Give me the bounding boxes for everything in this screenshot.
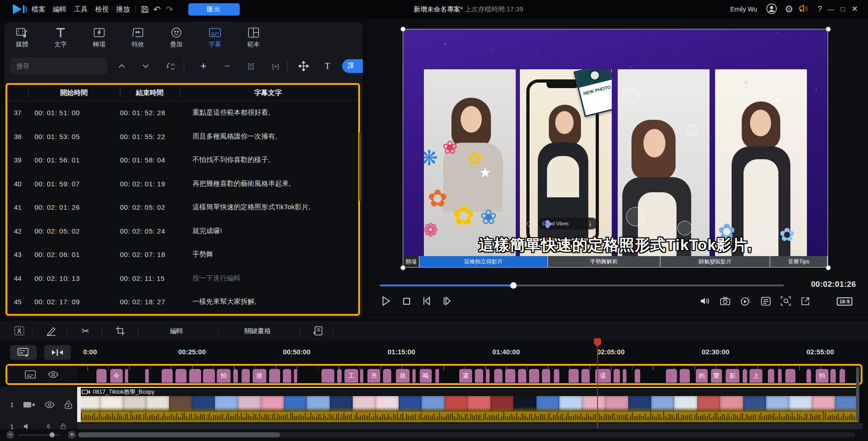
marker-pen-icon[interactable]	[45, 325, 58, 337]
track-lock-icon[interactable]	[64, 400, 73, 409]
menu-3[interactable]: 工具	[70, 0, 92, 18]
row-subtitle-text[interactable]: 再把幾種喜歡的藝術風格串起來,	[180, 179, 358, 188]
zoom-out-button[interactable]: −	[6, 431, 14, 439]
subtitle-row-42[interactable]: 4200: 02: 05: 0200: 02: 05: 24就完成囉!	[7, 219, 358, 243]
track-lock-icon[interactable]	[60, 423, 67, 429]
export-button[interactable]: 匯出	[188, 3, 240, 16]
timeline-ruler[interactable]: 0:0000:25:0000:50:0001:15:0001:40:0002:0…	[0, 341, 868, 363]
chapter-開場[interactable]: 開場	[403, 256, 419, 267]
row-end-time[interactable]: 00: 02: 11: 15	[120, 274, 180, 282]
playlist-icon[interactable]	[760, 295, 772, 307]
subtitle-clip-block[interactable]: 拍	[217, 369, 231, 383]
track-mute-icon[interactable]	[41, 423, 51, 429]
audio-clip-partial[interactable]	[77, 423, 862, 429]
row-start-time[interactable]: 00: 01: 53: 05	[28, 133, 120, 140]
stop-button[interactable]	[400, 295, 412, 307]
subtitle-clip-block[interactable]: 的	[696, 369, 708, 383]
subtitle-clip-block[interactable]	[269, 369, 280, 383]
row-subtitle-text[interactable]: 手勢舞	[180, 250, 358, 259]
subtitle-clip-block[interactable]: 上	[750, 369, 762, 383]
aspect-ratio-badge[interactable]: 16:9	[837, 297, 852, 306]
notes-icon[interactable]	[311, 325, 324, 337]
next-frame-button[interactable]	[441, 295, 453, 307]
chapter-帥氣變裝影片[interactable]: 帥氣變裝影片	[660, 256, 770, 267]
subtitle-clip-block[interactable]	[475, 369, 483, 383]
gear-icon[interactable]: ⚙	[783, 4, 795, 15]
row-start-time[interactable]: 00: 02: 10: 13	[28, 274, 120, 282]
row-subtitle-text[interactable]: 不怕找不到你喜歡的樣子,	[180, 156, 358, 164]
subtitle-clip-block[interactable]	[283, 369, 291, 383]
timeline-hscrollbar[interactable]	[78, 432, 855, 437]
subtitle-clip-block[interactable]	[294, 369, 297, 383]
megaphone-icon[interactable]	[798, 3, 809, 14]
subtitle-clip-block[interactable]	[360, 369, 363, 383]
subtitle-clip-block[interactable]	[321, 369, 334, 383]
subtitle-clip-block[interactable]: 拍	[816, 369, 829, 383]
crop-icon[interactable]	[114, 325, 127, 337]
panel-scrollbar[interactable]	[359, 132, 361, 201]
minimize-button[interactable]: —	[826, 0, 836, 18]
subtitle-clip-block[interactable]	[778, 369, 782, 383]
subtitle-clip-block[interactable]	[175, 369, 186, 383]
subtitle-row-41[interactable]: 4100: 02: 01: 2600: 02: 05: 02這樣簡單快速的定格照…	[7, 195, 358, 219]
track-visibility-eye-icon[interactable]	[48, 371, 59, 378]
pip-designer-icon[interactable]	[13, 325, 26, 337]
menu-1[interactable]: 檔案	[28, 0, 50, 18]
subtitle-clip-block[interactable]: 影	[726, 369, 739, 383]
subtitle-clip-block[interactable]	[768, 369, 774, 383]
column-header-text[interactable]: 字幕文字	[180, 85, 356, 100]
subtitle-clip-block[interactable]	[189, 369, 201, 383]
scissors-icon[interactable]: ✂	[79, 325, 92, 337]
subtitle-clip-block[interactable]	[337, 369, 342, 383]
subtitle-clip-block[interactable]: 接	[253, 369, 266, 383]
chevron-down-icon[interactable]	[139, 60, 152, 73]
row-end-time[interactable]: 00: 02: 18: 27	[120, 298, 180, 306]
zoom-in-button[interactable]: +	[68, 431, 76, 439]
playback-speed-icon[interactable]	[739, 295, 751, 307]
tab-範本[interactable]: 範本	[237, 26, 270, 52]
menu-4[interactable]: 檢視	[91, 0, 113, 18]
clip-trim-handle[interactable]	[77, 387, 81, 422]
search-input[interactable]	[10, 58, 107, 74]
edit-tool-label[interactable]: 編輯	[170, 321, 183, 341]
subtitle-clip-block[interactable]	[242, 369, 250, 383]
subtitle-clip-block[interactable]	[203, 369, 215, 383]
subtitle-row-45[interactable]: 4500: 02: 17: 0900: 02: 18: 27一樣先來幫大家拆解,	[7, 290, 358, 314]
selection-handle[interactable]	[400, 265, 406, 270]
subtitle-row-37[interactable]: 3700: 01: 51: 0000: 01: 52: 28重點是這些範本都很好…	[7, 101, 358, 125]
subtitle-clip-block[interactable]	[635, 369, 640, 383]
row-start-time[interactable]: 00: 02: 01: 26	[28, 203, 120, 211]
close-button[interactable]: ✕	[850, 0, 860, 18]
keyframe-tool-label[interactable]: 關鍵畫格	[244, 321, 271, 341]
add-subtitle-icon[interactable]: +	[197, 60, 210, 73]
row-subtitle-text[interactable]: 一樣先來幫大家拆解,	[180, 297, 358, 306]
column-header-start[interactable]: 開始時間	[28, 85, 120, 100]
row-end-time[interactable]: 00: 02: 01: 19	[120, 180, 180, 188]
subtitle-clip-block[interactable]: 喝	[420, 369, 432, 383]
seek-knob[interactable]	[510, 282, 517, 289]
translate-button[interactable]: 譯	[342, 59, 363, 73]
snapshot-camera-icon[interactable]	[719, 295, 731, 307]
subtitle-clip-block[interactable]: 工	[344, 369, 358, 383]
subtitle-clip-block[interactable]: 豐	[711, 369, 722, 383]
tab-文字[interactable]: 文字	[44, 26, 77, 52]
zoom-preview-icon[interactable]	[780, 295, 792, 307]
row-start-time[interactable]: 00: 02: 06: 01	[28, 251, 120, 258]
row-subtitle-text[interactable]: 而且多種風格讓你一次擁有,	[180, 132, 358, 141]
detach-window-icon[interactable]	[799, 295, 811, 307]
zoom-slider-knob[interactable]	[50, 432, 55, 437]
subtitle-clip-block[interactable]: 還	[459, 369, 472, 383]
volume-icon[interactable]	[699, 295, 711, 307]
redo-icon[interactable]: ↷	[164, 4, 175, 15]
row-end-time[interactable]: 00: 01: 52: 28	[120, 109, 180, 117]
subtitle-clip-block[interactable]	[162, 369, 173, 383]
chevron-up-icon[interactable]	[115, 60, 129, 73]
subtitle-clip-block[interactable]	[666, 369, 677, 383]
subtitle-clip-block[interactable]	[680, 369, 690, 383]
move-subtitle-icon[interactable]	[297, 60, 310, 73]
video-preview[interactable]: ❋ ❀ ✿ ★ ✿ ✿ ❀ ❁ Good Vibes⭳	[403, 29, 828, 268]
subtitle-clip-block[interactable]	[145, 369, 149, 383]
subtitle-clip-block[interactable]	[840, 369, 845, 383]
chapter-音樂Tips[interactable]: 音樂Tips	[770, 256, 828, 267]
track-visibility-eye-icon[interactable]	[44, 401, 55, 408]
